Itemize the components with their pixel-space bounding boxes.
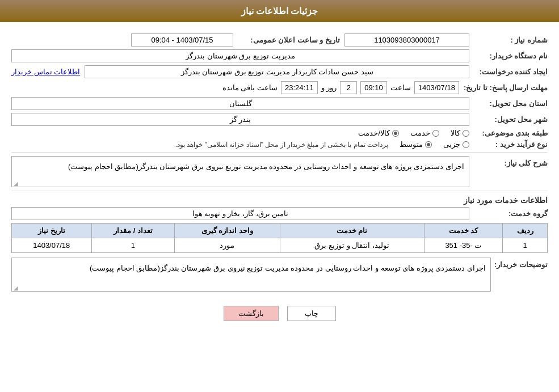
category-kala[interactable]: کالا [451,129,469,137]
process-jozi-label: جزیی [443,140,460,149]
action-buttons: چاپ بازگشت [11,297,548,330]
table-row: 1ت -35- 351تولید، انتقال و توزیع برقمورد… [12,238,548,253]
buyer-org-label: نام دستگاه خریدار: [474,52,548,60]
service-info-title: اطلاعات خدمات مورد نیاز [11,196,548,205]
response-remaining: 23:24:11 [281,81,318,94]
category-khedmat[interactable]: خدمت [410,129,439,137]
page-header: جزئیات اطلاعات نیاز [0,0,559,22]
category-kala-khedmat[interactable]: کالا/خدمت [358,129,399,137]
process-type-label: نوع فرآیند خرید : [474,140,548,149]
response-days: 2 [340,81,357,94]
process-jozi[interactable]: جزیی [443,140,469,149]
creator-link[interactable]: اطلاعات تماس خریدار [11,68,80,76]
radio-motavasset[interactable] [425,141,432,148]
need-number-value: 1103093803000017 [344,33,469,47]
category-khedmat-label: خدمت [410,129,430,137]
general-description: اجرای دستمزدی پروژه های توسعه و احداث رو… [11,156,469,187]
delivery-province: گلستان [11,97,469,110]
col-unit: واحد اندازه گیری [175,224,280,238]
category-options: کالا خدمت کالا/خدمت [11,129,469,137]
col-qty: تعداد / مقدار [91,224,175,238]
public-announce-label: تاریخ و ساعت اعلان عمومی: [238,36,340,44]
back-button[interactable]: بازگشت [224,306,279,321]
delivery-city: بندر گز [11,113,469,126]
resize-handle: ◢ [12,180,18,186]
col-date: تاریخ نیاز [12,224,92,238]
category-label: طبقه بندی موضوعی: [474,129,548,137]
buyer-description: اجرای دستمزدی پروژه های توسعه و احداث رو… [11,258,491,292]
service-group-label: گروه خدمت: [474,209,548,218]
col-name: نام خدمت [280,224,424,238]
services-table: ردیف کد خدمت نام خدمت واحد اندازه گیری ت… [11,223,548,253]
print-button[interactable]: چاپ [287,306,336,321]
response-date: 1403/07/18 [414,81,459,94]
delivery-city-label: شهر محل تحویل: [474,115,548,124]
response-deadline-label: مهلت ارسال پاسخ: تا تاریخ: [464,83,548,92]
process-note: پرداخت تمام یا بخشی از مبلغ خریدار از مح… [175,141,388,149]
service-group-value: تامین برق، گاز، بخار و تهویه هوا [11,207,469,220]
days-label: روز و [321,83,337,92]
category-kala-khedmat-label: کالا/خدمت [358,129,390,137]
radio-kala-khedmat[interactable] [392,130,399,137]
buyer-org-value: مدیریت توزیع برق شهرستان بندرگز [11,49,469,62]
page-title: جزئیات اطلاعات نیاز [241,6,318,16]
process-motavasset-label: متوسط [400,140,423,149]
process-type-options: جزیی متوسط پرداخت تمام یا بخشی از مبلغ خ… [11,140,469,149]
need-number-label: شماره نیاز : [474,36,548,44]
col-row: ردیف [503,224,548,238]
process-motavasset[interactable]: متوسط [400,140,432,149]
creator-label: ایجاد کننده درخواست: [474,68,548,76]
remaining-label: ساعت باقی مانده [222,83,278,92]
general-description-label: شرح کلی نیاز: [474,156,548,167]
radio-kala[interactable] [463,130,469,137]
col-code: کد خدمت [424,224,503,238]
creator-value: سید حسن سادات کاربردار مدیریت توزیع برق … [85,65,469,78]
buyer-description-label: توضیحات خریدار: [491,258,548,269]
buyer-resize-handle: ◢ [12,285,18,290]
radio-khedmat[interactable] [432,130,439,137]
response-time: 09:10 [360,81,387,94]
category-kala-label: کالا [451,129,460,137]
time-label: ساعت [390,83,411,92]
public-announce-value: 1403/07/15 - 09:04 [131,33,233,47]
radio-jozi[interactable] [463,141,469,148]
delivery-province-label: استان محل تحویل: [474,99,548,108]
